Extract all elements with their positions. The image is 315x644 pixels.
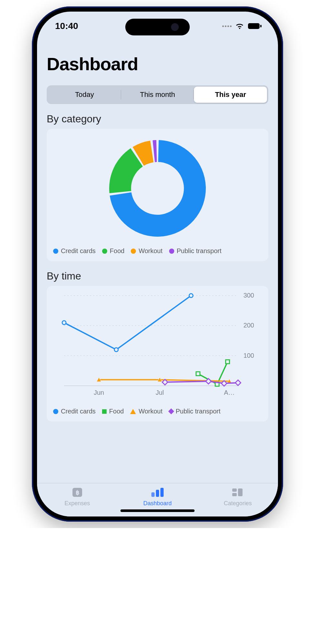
svg-text:฿: ฿ <box>75 489 79 496</box>
section-title-category: By category <box>47 113 268 125</box>
x-tick-label: Jun <box>94 389 104 396</box>
legend-item[interactable]: Workout <box>130 408 162 415</box>
content: Dashboard Today This month This year By … <box>37 41 278 483</box>
legend-item[interactable]: Food <box>102 408 124 415</box>
segment-today[interactable]: Today <box>48 87 121 103</box>
tab-label: Dashboard <box>143 500 172 507</box>
time-range-segmented: Today This month This year <box>47 85 268 104</box>
wifi-icon <box>235 23 244 30</box>
line-legend: Credit cardsFoodWorkoutPublic transport <box>53 408 262 415</box>
line-series[interactable] <box>64 296 191 350</box>
data-point[interactable] <box>114 348 118 352</box>
line-chart: 100200300JunJulA… <box>53 292 262 402</box>
segment-month[interactable]: This month <box>121 87 194 103</box>
section-title-time: By time <box>47 270 268 282</box>
y-tick-label: 100 <box>243 352 254 359</box>
battery-icon <box>248 23 262 30</box>
legend-swatch <box>53 249 58 254</box>
data-point[interactable] <box>196 372 200 376</box>
phone-frame: 10:40 Dashboard Today This month This ye… <box>32 6 283 522</box>
legend-item[interactable]: Credit cards <box>53 247 96 255</box>
category-card: Credit cardsFoodWorkoutPublic transport <box>47 129 268 261</box>
home-indicator[interactable] <box>120 509 195 512</box>
legend-item[interactable]: Credit cards <box>53 408 96 415</box>
status-time: 10:40 <box>55 21 78 31</box>
svg-rect-22 <box>156 490 159 497</box>
page-title: Dashboard <box>47 53 268 74</box>
data-point[interactable] <box>235 380 241 385</box>
legend-item[interactable]: Public transport <box>169 247 222 255</box>
svg-rect-26 <box>238 488 243 496</box>
time-card: 100200300JunJulA… Credit cardsFoodWorkou… <box>47 286 268 421</box>
tab-categories[interactable]: Categories <box>198 487 278 507</box>
tab-expenses[interactable]: ฿ Expenses <box>37 487 117 507</box>
svg-rect-23 <box>160 488 164 497</box>
data-point[interactable] <box>206 379 211 384</box>
svg-rect-18 <box>235 380 241 385</box>
svg-rect-21 <box>151 492 155 497</box>
x-tick-label: Jul <box>156 389 164 396</box>
legend-swatch <box>131 249 136 254</box>
svg-point-6 <box>62 321 66 325</box>
svg-point-8 <box>189 294 193 298</box>
y-tick-label: 300 <box>243 292 254 299</box>
tab-label: Expenses <box>64 500 90 507</box>
svg-rect-25 <box>232 493 237 496</box>
data-point[interactable] <box>226 360 230 364</box>
donut-legend: Credit cardsFoodWorkoutPublic transport <box>53 247 262 255</box>
x-tick-label: A… <box>224 389 234 396</box>
svg-rect-1 <box>260 25 262 27</box>
legend-item[interactable]: Public transport <box>169 408 221 415</box>
svg-point-7 <box>114 348 118 352</box>
donut-slice[interactable] <box>153 140 157 162</box>
tab-label: Categories <box>224 500 252 507</box>
svg-rect-11 <box>226 360 230 364</box>
status-indicators <box>222 23 262 30</box>
svg-rect-9 <box>196 372 200 376</box>
segment-year[interactable]: This year <box>194 87 267 103</box>
data-point[interactable] <box>62 321 66 325</box>
donut-chart <box>53 135 262 242</box>
svg-rect-0 <box>248 23 260 29</box>
expenses-icon: ฿ <box>71 487 83 498</box>
svg-rect-24 <box>232 488 237 492</box>
dashboard-icon <box>150 487 165 498</box>
legend-item[interactable]: Food <box>102 247 125 255</box>
dynamic-island <box>125 19 190 35</box>
cellular-icon <box>222 25 232 27</box>
data-point[interactable] <box>189 294 193 298</box>
legend-item[interactable]: Workout <box>131 247 162 255</box>
legend-swatch <box>169 249 174 254</box>
legend-swatch <box>102 249 107 254</box>
svg-rect-16 <box>206 379 211 384</box>
categories-icon <box>231 487 244 498</box>
phone-screen: 10:40 Dashboard Today This month This ye… <box>37 12 278 516</box>
tab-dashboard[interactable]: Dashboard <box>117 487 197 507</box>
y-tick-label: 200 <box>243 322 254 329</box>
